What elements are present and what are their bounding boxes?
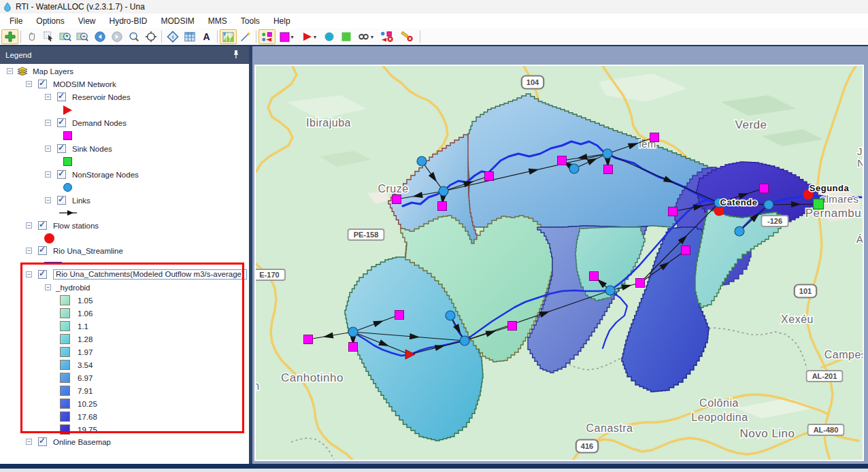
attribute-table-button[interactable] — [181, 29, 198, 44]
legend-item-label[interactable]: Rio Una_Streamline — [53, 247, 123, 255]
nonstorage-node[interactable] — [439, 186, 448, 196]
legend-item-label[interactable]: NonStorage Nodes — [72, 171, 139, 179]
demand-node[interactable] — [636, 279, 645, 288]
layer-checkbox[interactable]: ✓ — [57, 170, 66, 179]
layer-checkbox[interactable]: ✓ — [38, 437, 47, 446]
nonstorage-node[interactable] — [460, 336, 469, 345]
menu-mms[interactable]: MMS — [201, 14, 234, 28]
sink-node-button[interactable] — [337, 29, 354, 44]
label-tool-button[interactable]: A — [198, 29, 215, 44]
tree-collapse-icon[interactable]: − — [45, 94, 51, 100]
zoom-search-button[interactable] — [125, 29, 142, 44]
tree-collapse-icon[interactable]: − — [26, 81, 32, 87]
legend-item-label[interactable]: Online Basemap — [53, 438, 111, 446]
demand-node[interactable] — [393, 195, 401, 204]
menu-options[interactable]: Options — [29, 14, 71, 28]
legend-row: −✓MODSIM Network — [0, 78, 249, 90]
road-shield-label: 101 — [799, 287, 812, 295]
add-node-button[interactable] — [1, 29, 18, 44]
tree-collapse-icon[interactable]: − — [26, 439, 32, 445]
layer-checkbox[interactable]: ✓ — [38, 80, 47, 88]
legend-item-label[interactable]: Demand Nodes — [72, 119, 127, 127]
dropdown-caret-icon[interactable]: ▾ — [314, 34, 316, 40]
nonstorage-node[interactable] — [603, 149, 612, 158]
menu-tools[interactable]: Tools — [234, 14, 267, 28]
legend-item-label[interactable]: Reservoir Nodes — [72, 93, 131, 101]
nonstorage-node[interactable] — [348, 327, 358, 337]
nonstorage-node-button[interactable] — [320, 29, 337, 44]
full-extent-button[interactable] — [142, 29, 159, 44]
demand-node[interactable] — [485, 172, 494, 181]
dropdown-caret-icon[interactable]: ▾ — [290, 34, 293, 40]
road-shield-label: AL-201 — [812, 372, 837, 380]
layer-checkbox[interactable]: ✓ — [57, 196, 66, 205]
tree-collapse-icon[interactable]: − — [26, 248, 32, 254]
map-layers-icon — [17, 67, 28, 77]
back-button[interactable] — [91, 29, 108, 44]
tree-collapse-icon[interactable]: − — [45, 171, 51, 178]
legend-row: −✓Online Basemap — [0, 436, 249, 448]
tree-collapse-icon[interactable]: − — [45, 120, 51, 126]
demand-node[interactable] — [650, 133, 659, 142]
demand-node[interactable] — [669, 207, 678, 216]
zoom-out-button[interactable] — [74, 29, 91, 44]
menu-modsim[interactable]: MODSIM — [154, 14, 201, 28]
tree-collapse-icon[interactable]: − — [45, 197, 51, 203]
basemap-button[interactable] — [220, 29, 237, 44]
demand-node[interactable] — [682, 246, 690, 255]
demand-node[interactable] — [508, 322, 517, 331]
identify-button[interactable]: i — [164, 29, 181, 44]
menu-view[interactable]: View — [71, 14, 103, 28]
nonstorage-node[interactable] — [569, 164, 579, 173]
demand-node[interactable] — [304, 335, 313, 344]
legend-item-label[interactable]: Links — [72, 197, 90, 205]
map-canvas[interactable]: 104PE-158E-170-126101AL-201AL-480416Ibir… — [256, 66, 863, 460]
delete-link-button[interactable] — [397, 29, 418, 44]
reservoir-node-button[interactable]: ▾ — [298, 29, 320, 44]
demand-node[interactable] — [558, 156, 567, 165]
menu-help[interactable]: Help — [267, 14, 297, 28]
demand-node-button[interactable]: ▾ — [276, 29, 298, 44]
demand-node[interactable] — [604, 165, 613, 174]
selection-annotation-rectangle — [20, 263, 244, 433]
layer-checkbox[interactable]: ✓ — [38, 246, 47, 255]
demand-node[interactable] — [590, 272, 599, 281]
sink-node[interactable] — [814, 199, 824, 209]
create-network-button[interactable] — [258, 29, 276, 44]
city-label: Colônia — [699, 397, 739, 409]
layer-checkbox[interactable]: ✓ — [57, 118, 66, 127]
delete-node-button[interactable] — [377, 29, 397, 44]
city-label: J — [857, 146, 863, 157]
flow-path-button[interactable] — [237, 29, 254, 44]
legend-item-label[interactable]: Map Layers — [33, 67, 73, 75]
legend-item-label[interactable]: MODSIM Network — [53, 80, 116, 88]
link-tool-button[interactable]: ▾ — [354, 29, 377, 44]
tree-collapse-icon[interactable]: − — [7, 68, 13, 74]
nonstorage-node[interactable] — [735, 226, 744, 236]
forward-button[interactable] — [108, 29, 125, 44]
menu-file[interactable]: File — [3, 14, 29, 28]
nonstorage-symbol — [63, 183, 72, 192]
nonstorage-node[interactable] — [764, 200, 773, 209]
demand-node[interactable] — [395, 311, 404, 320]
nonstorage-node[interactable] — [417, 156, 427, 166]
dropdown-caret-icon[interactable]: ▾ — [371, 34, 373, 40]
select-tool-button[interactable] — [40, 29, 57, 44]
nonstorage-node[interactable] — [605, 286, 615, 295]
layer-checkbox[interactable]: ✓ — [57, 144, 66, 153]
pan-tool-button[interactable] — [23, 29, 40, 44]
zoom-in-button[interactable] — [57, 29, 74, 44]
layer-checkbox[interactable]: ✓ — [57, 92, 66, 101]
tree-collapse-icon[interactable]: − — [26, 222, 32, 229]
demand-node[interactable] — [760, 184, 769, 193]
tree-collapse-icon[interactable]: − — [45, 146, 51, 152]
demand-node[interactable] — [438, 202, 447, 211]
nonstorage-node[interactable] — [446, 311, 455, 320]
demand-node[interactable] — [349, 343, 358, 352]
layer-checkbox[interactable]: ✓ — [38, 221, 47, 230]
legend-item-label[interactable]: Flow stations — [53, 222, 99, 230]
menu-hydro-bid[interactable]: Hydro-BID — [103, 14, 154, 28]
road-shield-label: PE-158 — [354, 231, 379, 239]
legend-item-label[interactable]: Sink Nodes — [72, 145, 112, 153]
pin-icon[interactable] — [233, 50, 239, 61]
